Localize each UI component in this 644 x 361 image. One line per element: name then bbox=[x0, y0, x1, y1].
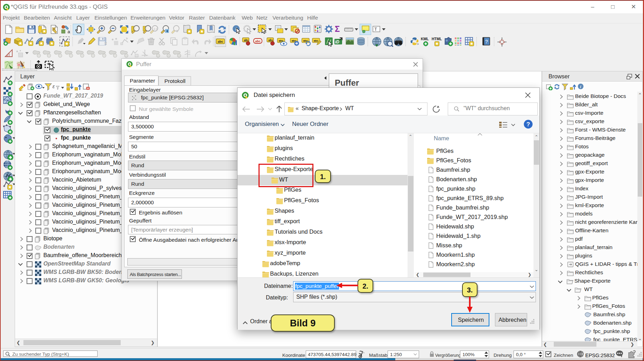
svg-text:>: > bbox=[417, 42, 419, 46]
svg-text:iD: iD bbox=[335, 40, 339, 44]
svg-text:1:1: 1:1 bbox=[154, 27, 158, 30]
svg-text:abc: abc bbox=[255, 40, 261, 43]
svg-text:ab: ab bbox=[244, 38, 247, 42]
svg-text:HTML: HTML bbox=[432, 37, 442, 41]
svg-text:?: ? bbox=[485, 39, 488, 44]
svg-text:ε: ε bbox=[52, 83, 55, 89]
svg-text:KML: KML bbox=[421, 37, 429, 41]
svg-text:Σ: Σ bbox=[335, 24, 340, 34]
svg-text:ab: ab bbox=[268, 38, 272, 42]
svg-text:T: T bbox=[374, 27, 377, 32]
svg-text:?: ? bbox=[526, 121, 530, 128]
svg-text:a: a bbox=[68, 29, 70, 34]
